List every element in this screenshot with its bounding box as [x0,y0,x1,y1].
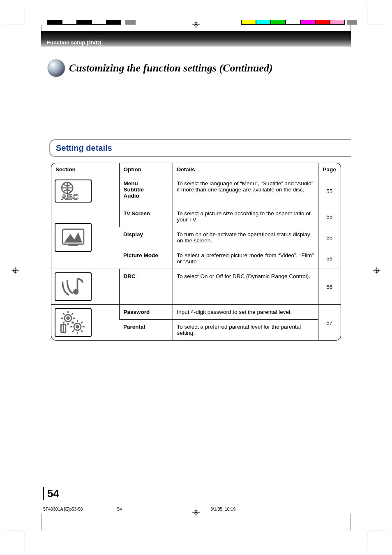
details-cell: To select a preferred parental level for… [173,320,318,341]
th-section: Section [51,163,119,176]
svg-point-15 [376,270,378,272]
option-cell: Picture Mode [119,248,173,269]
option-cell: Tv Screen [119,206,173,227]
th-page: Page [318,163,341,176]
registration-mark-icon [192,21,200,28]
option-cell: Display [119,227,173,248]
th-option: Option [119,163,173,176]
page-number: 54 [43,487,59,500]
table-row: DRC To select On or Off for DRC (Dynamic… [51,269,341,305]
details-cell: To select the language of “Menu”, “Subti… [173,176,318,206]
footer-filename: 5T40301A [E]p53-58 [43,507,117,511]
header-bar: Function setup (DVD) [41,31,351,47]
footer-date: 3/1/05, 10:19 [210,507,272,511]
svg-point-25 [76,326,79,328]
registration-mark-icon [373,267,380,274]
title-row: Customizing the function settings (Conti… [41,59,351,78]
table-header-row: Section Option Details Page [51,163,341,176]
settings-table: Section Option Details Page ABC [51,163,341,341]
svg-rect-20 [69,244,78,246]
option-cell: Password [119,305,173,320]
breadcrumb: Function setup (DVD) [47,39,101,46]
page-cell: 55 [318,206,341,227]
gears-icon [55,308,92,337]
svg-point-23 [67,317,69,320]
svg-point-16 [48,60,65,77]
footer-page: 54 [117,507,134,511]
th-details: Details [173,163,318,176]
page-cell: 56 [318,248,341,269]
section-icon-cell: ABC [51,176,119,206]
details-cell: Input 4-digit password to set the parent… [173,305,318,320]
option-cell: DRC [119,269,173,305]
speaker-note-icon [55,272,92,301]
subheader-text: Setting details [56,143,112,152]
page-cell: 55 [318,227,341,248]
subheader-box: Setting details [49,139,351,157]
page-cell: 57 [318,305,341,341]
details-cell: To select On or Off for DRC (Dynamic Ran… [173,269,318,305]
option-cell: Menu Subtitle Audio [119,176,173,206]
details-cell: To select a picture size according to th… [173,206,318,227]
section-icon-cell [51,269,119,305]
page-cell: 55 [318,176,341,206]
table-row: Tv Screen To select a picture size accor… [51,206,341,227]
option-cell: Parental [119,320,173,341]
page-content: Function setup (DVD) Customizing the fun… [41,31,351,514]
footer-info: 5T40301A [E]p53-58 54 3/1/05, 10:19 [41,507,351,511]
details-cell: To turn on or de-activate the operationa… [173,227,318,248]
page-title: Customizing the function settings (Conti… [69,62,273,74]
table-row: Password Input 4-digit password to set t… [51,305,341,320]
details-cell: To select a preferred picture mode from … [173,248,318,269]
section-icon-cell [51,206,119,269]
page-cell: 56 [318,269,341,305]
svg-point-11 [14,270,16,272]
table-row: ABC Menu Subtitle Audio To select the la… [51,176,341,206]
monitor-mountain-icon [55,223,92,252]
svg-text:ABC: ABC [61,193,78,201]
section-icon-cell [51,305,119,341]
registration-mark-icon [12,267,19,274]
globe-abc-icon: ABC [55,180,92,203]
svg-point-3 [195,23,197,25]
svg-point-21 [73,289,78,295]
sphere-icon [47,59,66,78]
